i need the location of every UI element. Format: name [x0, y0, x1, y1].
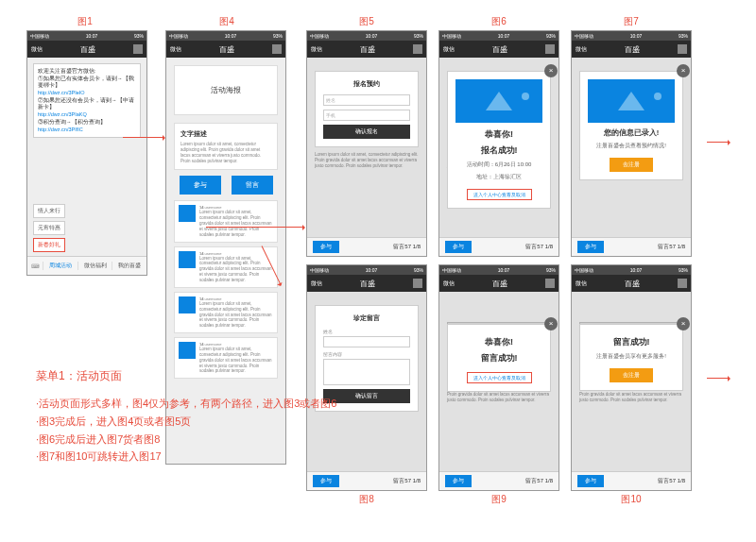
- pill-3[interactable]: 新春好礼: [33, 238, 65, 252]
- count-text: 留言57 1/8: [658, 243, 685, 251]
- label-f5: 图5: [338, 15, 395, 28]
- keyboard-icon[interactable]: ⌨: [27, 263, 43, 269]
- success-modal: × 恭喜你! 报名成功! 活动时间：6月26日 10:00 地址：上海徐汇区 进…: [447, 71, 551, 209]
- phone-f1: 中国移动10:0793% 微信百盛 欢迎关注百盛官方微信: ①如果您已有实体会员…: [26, 30, 147, 276]
- join-button[interactable]: 参与: [180, 176, 221, 195]
- status-bar: 中国移动10:0793%: [166, 31, 285, 41]
- back-button[interactable]: 微信: [311, 45, 322, 54]
- nav-title: 百盛: [492, 44, 507, 55]
- back-button[interactable]: 微信: [443, 45, 455, 54]
- nav-title: 百盛: [360, 279, 375, 289]
- profile-icon[interactable]: [678, 44, 687, 54]
- status-bar: 中国移动10:0793%: [307, 265, 426, 275]
- profile-icon[interactable]: [545, 279, 555, 288]
- screen-body: Lorem ipsum dolor sit amet, consectetur …: [439, 58, 558, 256]
- nav-title: 百盛: [219, 44, 234, 55]
- nav-bar: 微信百盛: [439, 275, 558, 292]
- comment-button[interactable]: 留言: [232, 176, 273, 195]
- profile-icon[interactable]: [678, 279, 687, 288]
- note-line: ·图7和图10可跳转进入图17: [36, 448, 336, 466]
- avatar-icon: [179, 342, 196, 359]
- avatar-icon: [179, 205, 196, 222]
- comment-item[interactable]: 14 usernameLorem ipsum dolor sit amet, c…: [174, 246, 278, 288]
- back-button[interactable]: 微信: [576, 45, 587, 54]
- hero-image: [588, 79, 675, 123]
- nav-title: 百盛: [492, 279, 507, 289]
- note-line: ·活动页面形式多样，图4仅为参考，有两个路径，进入图3或者图6: [36, 395, 336, 413]
- nav-title: 百盛: [80, 44, 95, 55]
- notes-title: 菜单1：活动页面: [36, 366, 336, 385]
- close-icon[interactable]: ×: [544, 64, 558, 77]
- comment-item[interactable]: 14 usernameLorem ipsum dolor sit amet, c…: [174, 200, 278, 242]
- join-btn[interactable]: 参与: [445, 475, 472, 487]
- nav-title: 百盛: [625, 279, 640, 289]
- goto-profile-button[interactable]: 进入个人中心查看及取消: [467, 372, 532, 383]
- profile-icon[interactable]: [413, 44, 422, 54]
- close-icon[interactable]: ×: [544, 317, 558, 330]
- phone-f5: 中国移动10:0793% 微信百盛 Lorem ipsum dolor sit …: [306, 30, 427, 257]
- nav-bar: 微信百盛: [307, 41, 426, 58]
- profile-icon[interactable]: [133, 44, 143, 54]
- signup-modal: 报名预约 姓名 手机 确认报名: [315, 71, 419, 147]
- join-btn[interactable]: 参与: [313, 241, 339, 253]
- tab-activity[interactable]: 周城活动: [43, 262, 77, 270]
- label-f8: 图8: [338, 493, 395, 506]
- register-button[interactable]: 去注册: [610, 158, 653, 172]
- tab-mine[interactable]: 我的百盛: [112, 262, 146, 270]
- screen-body: Lorem ipsum dolor sit amet, consectetur …: [439, 292, 558, 490]
- close-icon[interactable]: ×: [677, 64, 690, 77]
- pill-1[interactable]: 情人来行: [33, 204, 65, 218]
- avatar-icon: [179, 296, 196, 313]
- join-btn[interactable]: 参与: [577, 241, 604, 253]
- link-new[interactable]: http://dwz.cn/3PIaKQ: [38, 111, 87, 117]
- info-title: 您的信息已录入!: [588, 128, 675, 138]
- profile-icon[interactable]: [413, 279, 422, 288]
- count-text: 留言57 1/8: [525, 243, 553, 251]
- bottom-actions: 参与留言57 1/8: [307, 471, 426, 490]
- status-bar: 中国移动10:0793%: [572, 31, 691, 41]
- link-bind[interactable]: http://dwz.cn/3PIeIO: [38, 90, 85, 95]
- close-icon[interactable]: ×: [677, 317, 690, 330]
- chat-body: 欢迎关注百盛官方微信: ①如果您已有实体会员卡，请到→【我要绑卡】 http:/…: [27, 58, 146, 275]
- name-input[interactable]: [323, 336, 410, 347]
- success-title: 恭喜你!: [455, 336, 542, 348]
- join-btn[interactable]: 参与: [445, 241, 472, 253]
- back-button[interactable]: 微信: [170, 45, 181, 54]
- status-bar: 中国移动10:0793%: [307, 31, 426, 41]
- label-f9: 图9: [471, 493, 527, 506]
- profile-icon[interactable]: [272, 44, 282, 54]
- back-button[interactable]: 微信: [31, 45, 43, 54]
- count-text: 留言57 1/8: [525, 477, 553, 485]
- profile-icon[interactable]: [545, 44, 555, 54]
- join-btn[interactable]: 参与: [313, 475, 339, 487]
- join-btn[interactable]: 参与: [577, 475, 604, 487]
- tab-welfare[interactable]: 微信福利: [77, 262, 112, 270]
- register-button[interactable]: 去注册: [610, 368, 653, 382]
- link-points[interactable]: http://dwz.cn/3PIfIC: [38, 127, 83, 132]
- action-buttons: 参与 留言: [174, 176, 278, 195]
- nav-bar: 微信百盛: [166, 41, 285, 58]
- screen-body: Lorem ipsum dolor sit amet, consectetur …: [572, 58, 691, 256]
- back-button[interactable]: 微信: [576, 279, 587, 288]
- nav-bar: 微信百盛: [572, 41, 691, 58]
- submit-button[interactable]: 确认报名: [323, 125, 410, 139]
- note-line: ·图6完成后进入图7货者图8: [36, 431, 336, 449]
- label-f4: 图4: [198, 15, 255, 28]
- nav-bar: 微信百盛: [307, 275, 426, 292]
- back-button[interactable]: 微信: [443, 279, 455, 288]
- back-button[interactable]: 微信: [311, 279, 322, 288]
- activity-poster: 活动海报: [174, 65, 278, 115]
- label-f7: 图7: [603, 15, 660, 28]
- goto-profile-button[interactable]: 进入个人中心查看及取消: [467, 189, 532, 200]
- modal-title: 珍定留言: [323, 313, 410, 323]
- pill-2[interactable]: 元宵特惠: [33, 221, 65, 235]
- comment-item[interactable]: 14 usernameLorem ipsum dolor sit amet, c…: [174, 292, 278, 333]
- modal-title: 报名预约: [323, 79, 410, 89]
- phone-input[interactable]: 手机: [323, 110, 410, 121]
- nav-bar: 微信百盛: [27, 41, 146, 58]
- name-input[interactable]: 姓名: [323, 94, 410, 106]
- count-text: 留言57 1/8: [658, 477, 685, 485]
- bottom-actions: 参与留言57 1/8: [307, 237, 426, 256]
- bottom-actions: 参与留言57 1/8: [439, 237, 558, 256]
- screen-body: Lorem ipsum dolor sit amet, consectetur …: [307, 58, 426, 256]
